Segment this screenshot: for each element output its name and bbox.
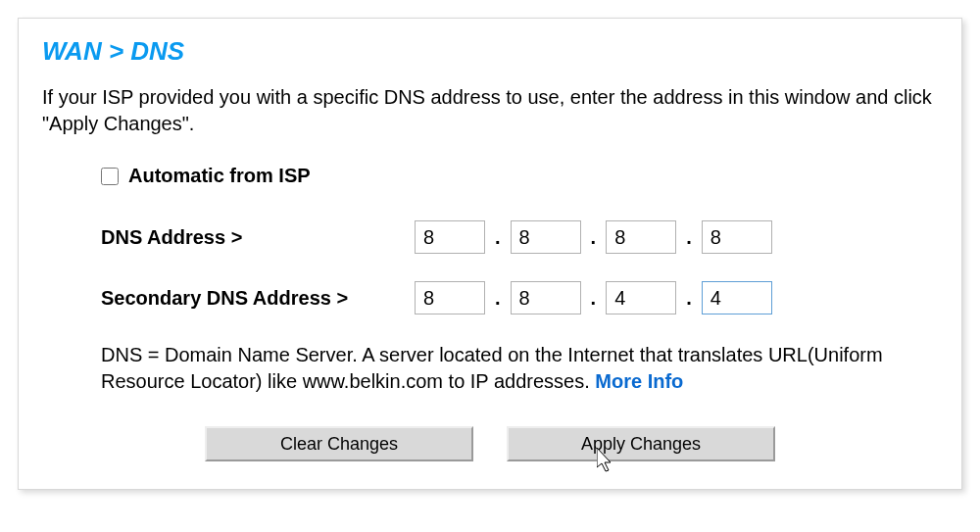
intro-text: If your ISP provided you with a specific…	[42, 84, 938, 137]
secondary-octet-1[interactable]	[415, 281, 485, 314]
page-title: WAN > DNS	[42, 36, 938, 67]
primary-octet-1[interactable]	[415, 220, 485, 254]
dns-settings-panel: WAN > DNS If your ISP provided you with …	[18, 18, 962, 490]
primary-dns-label: DNS Address >	[101, 226, 415, 249]
primary-octet-3[interactable]	[606, 220, 676, 254]
dot-separator: .	[581, 226, 607, 249]
dot-separator: .	[485, 287, 511, 310]
clear-changes-button[interactable]: Clear Changes	[205, 426, 473, 461]
dot-separator: .	[676, 226, 702, 249]
dot-separator: .	[581, 287, 607, 310]
secondary-dns-row: Secondary DNS Address > . . .	[101, 281, 938, 314]
secondary-dns-label: Secondary DNS Address >	[101, 287, 415, 310]
auto-isp-checkbox[interactable]	[101, 168, 119, 185]
footnote: DNS = Domain Name Server. A server locat…	[101, 342, 938, 395]
secondary-octet-4[interactable]	[702, 281, 772, 314]
dot-separator: .	[676, 287, 702, 310]
auto-isp-row: Automatic from ISP	[101, 165, 938, 187]
primary-octet-2[interactable]	[511, 220, 581, 254]
secondary-octet-3[interactable]	[606, 281, 676, 314]
more-info-link[interactable]: More Info	[595, 370, 683, 392]
apply-changes-button[interactable]: Apply Changes	[507, 426, 775, 461]
primary-octet-4[interactable]	[702, 220, 772, 254]
button-row: Clear Changes Apply Changes	[42, 426, 938, 461]
secondary-octet-2[interactable]	[511, 281, 581, 314]
dot-separator: .	[485, 226, 511, 249]
auto-isp-label: Automatic from ISP	[128, 165, 311, 187]
footnote-text: DNS = Domain Name Server. A server locat…	[101, 344, 883, 392]
primary-dns-row: DNS Address > . . .	[101, 220, 938, 254]
